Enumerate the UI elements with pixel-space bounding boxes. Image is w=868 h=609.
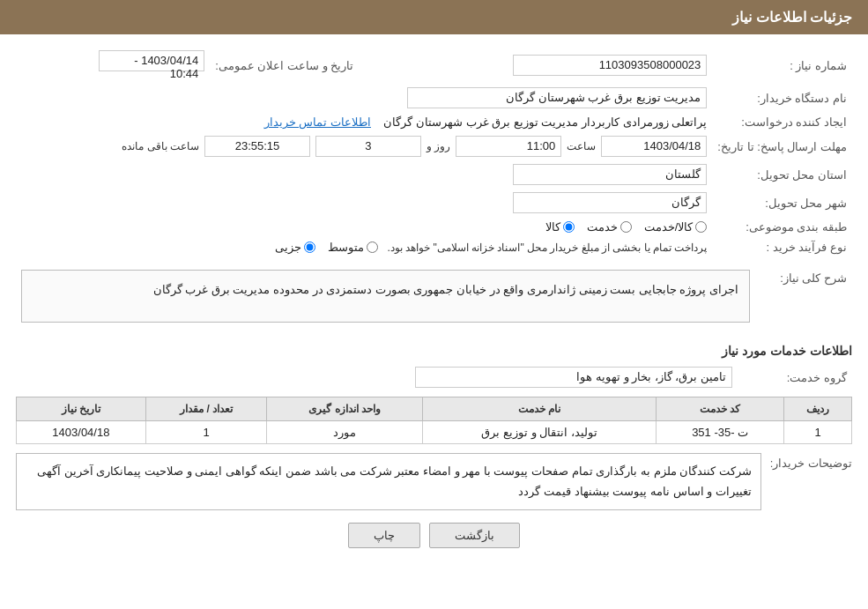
process-cell: پرداخت تمام یا بخشی از مبلغ خریدار محل "…	[16, 237, 712, 257]
deadline-days-value: 3	[365, 139, 371, 152]
category-option-kala-khedmat: کالا/خدمت	[644, 220, 708, 234]
process-label-motavasset: متوسط	[328, 241, 364, 254]
deadline-remaining-label: ساعت باقی مانده	[122, 140, 199, 152]
creator-value: پراتعلی زورمرادی کاربردار مدیریت توزیع ب…	[383, 115, 707, 129]
process-row: پرداخت تمام یا بخشی از مبلغ خریدار محل "…	[21, 241, 707, 254]
category-radio-kala-khedmat[interactable]	[695, 221, 707, 233]
service-group-table: گروه خدمت: تامین برق، گاز، بخار و تهویه …	[16, 363, 852, 391]
col-header-qty: تعداد / مقدار	[145, 397, 267, 421]
category-option-kala: کالا	[545, 220, 575, 234]
category-label-kala: کالا	[545, 220, 560, 234]
need-description-label: شرح کلی نیاز:	[755, 266, 852, 335]
province-label: استان محل تحویل:	[712, 160, 852, 189]
service-group-value: تامین برق، گاز، بخار و تهویه هوا	[576, 370, 726, 383]
province-cell: گلستان	[16, 160, 712, 189]
buyer-notes-label: توضیحات خریدار:	[770, 453, 852, 470]
province-input: گلستان	[513, 164, 707, 185]
col-header-name: نام خدمت	[422, 397, 656, 421]
page-title: جزئیات اطلاعات نیاز	[732, 10, 852, 25]
process-label: نوع فرآیند خرید :	[712, 237, 852, 257]
description-table: شرح کلی نیاز: اجرای پروژه جابجایی بست زم…	[16, 266, 852, 335]
category-label-khedmat: خدمت	[587, 220, 618, 234]
city-value: گرگان	[671, 196, 701, 209]
process-option-jozii: جزیی	[275, 241, 315, 254]
print-button[interactable]: چاپ	[348, 523, 420, 548]
deadline-days-input: 3	[315, 136, 421, 157]
category-radio-kala[interactable]	[563, 221, 575, 233]
buyer-org-cell: مدیریت توزیع برق غرب شهرستان گرگان	[16, 84, 712, 112]
page-header: جزئیات اطلاعات نیاز	[0, 0, 868, 34]
buyer-notes-value: شرکت کنندگان ملزم به بارگذاری تمام صفحات…	[37, 464, 752, 498]
process-label-jozii: جزیی	[275, 241, 301, 254]
city-label: شهر محل تحویل:	[712, 189, 852, 217]
announcement-date-input: 1403/04/14 - 10:44	[99, 50, 204, 71]
row-date: 1403/04/18	[17, 421, 146, 444]
need-description-cell: اجرای پروژه جابجایی بست زمینی ژاندارمری …	[16, 266, 755, 335]
creator-label: ایجاد کننده درخواست:	[712, 112, 852, 132]
announcement-date-value: 1403/04/14 - 10:44	[134, 54, 198, 80]
page-wrapper: جزئیات اطلاعات نیاز شماره نیاز : 1103093…	[0, 0, 868, 609]
row-name: تولید، انتقال و توزیع برق	[422, 421, 656, 444]
col-header-unit: واحد اندازه گیری	[267, 397, 422, 421]
need-description-box: اجرای پروژه جابجایی بست زمینی ژاندارمری …	[21, 270, 750, 323]
city-cell: گرگان	[16, 189, 712, 217]
buyer-org-input: مدیریت توزیع برق غرب شهرستان گرگان	[407, 87, 707, 108]
col-header-code: کد خدمت	[657, 397, 784, 421]
process-note: پرداخت تمام یا بخشی از مبلغ خریدار محل "…	[387, 241, 707, 254]
row-number: 1	[784, 421, 852, 444]
table-row: 1 ت -35- 351 تولید، انتقال و توزیع برق م…	[17, 421, 852, 444]
deadline-time-input: 11:00	[456, 136, 561, 157]
service-group-cell: تامین برق، گاز، بخار و تهویه هوا	[16, 363, 738, 391]
deadline-time-value: 11:00	[527, 139, 556, 152]
category-radio-group: کالا/خدمت خدمت کالا	[21, 220, 707, 234]
deadline-cell: 1403/04/18 ساعت 11:00 روز و 3 23:55:15	[16, 132, 712, 160]
province-value: گلستان	[665, 167, 701, 181]
announcement-date-label: تاریخ و ساعت اعلان عمومی:	[210, 47, 371, 84]
buyer-notes-box: شرکت کنندگان ملزم به بارگذاری تمام صفحات…	[16, 453, 761, 510]
col-header-date: تاریخ نیاز	[17, 397, 146, 421]
need-number-cell: 1103093508000023	[371, 47, 712, 84]
need-number-value: 1103093508000023	[599, 58, 701, 71]
row-code: ت -35- 351	[657, 421, 784, 444]
process-radio-motavasset[interactable]	[367, 241, 378, 253]
deadline-label: مهلت ارسال پاسخ: تا تاریخ:	[712, 132, 852, 160]
need-number-label: شماره نیاز :	[712, 47, 852, 84]
category-label-kala-khedmat: کالا/خدمت	[644, 220, 694, 234]
deadline-date-value: 1403/04/18	[643, 139, 701, 152]
need-number-input: 1103093508000023	[513, 55, 707, 76]
category-label: طبقه بندی موضوعی:	[712, 217, 852, 237]
category-cell: کالا/خدمت خدمت کالا	[16, 217, 712, 237]
deadline-remaining-input: 23:55:15	[204, 136, 310, 157]
buyer-org-value: مدیریت توزیع برق غرب شهرستان گرگان	[506, 91, 701, 104]
deadline-time-label: ساعت	[567, 140, 596, 152]
process-radio-group: متوسط جزیی	[275, 241, 378, 254]
buyer-org-label: نام دستگاه خریدار:	[712, 84, 852, 112]
city-input: گرگان	[513, 192, 707, 213]
category-radio-khedmat[interactable]	[620, 221, 632, 233]
row-qty: 1	[145, 421, 267, 444]
announcement-date-cell: 1403/04/14 - 10:44	[16, 47, 210, 84]
back-button[interactable]: بازگشت	[429, 523, 520, 548]
info-table: شماره نیاز : 1103093508000023 تاریخ و سا…	[16, 47, 852, 257]
services-section-title: اطلاعات خدمات مورد نیاز	[16, 344, 852, 358]
process-option-motavasset: متوسط	[328, 241, 378, 254]
main-content: شماره نیاز : 1103093508000023 تاریخ و سا…	[0, 34, 868, 564]
process-radio-jozii[interactable]	[304, 241, 315, 253]
service-group-label: گروه خدمت:	[738, 363, 852, 391]
services-table: ردیف کد خدمت نام خدمت واحد اندازه گیری ت…	[16, 397, 852, 444]
category-option-khedmat: خدمت	[587, 220, 632, 234]
deadline-date-input: 1403/04/18	[601, 136, 707, 157]
creator-link[interactable]: اطلاعات تماس خریدار	[264, 115, 371, 129]
need-description-value: اجرای پروژه جابجایی بست زمینی ژاندارمری …	[153, 283, 738, 296]
creator-cell: پراتعلی زورمرادی کاربردار مدیریت توزیع ب…	[16, 112, 712, 132]
buyer-notes-section: توضیحات خریدار: شرکت کنندگان ملزم به بار…	[16, 453, 852, 510]
deadline-day-label: روز و	[427, 140, 450, 152]
row-unit: مورد	[267, 421, 422, 444]
deadline-remaining-value: 23:55:15	[235, 139, 280, 152]
col-header-row: ردیف	[784, 397, 852, 421]
buttons-row: بازگشت چاپ	[16, 523, 852, 548]
service-group-input: تامین برق، گاز، بخار و تهویه هوا	[415, 367, 732, 388]
